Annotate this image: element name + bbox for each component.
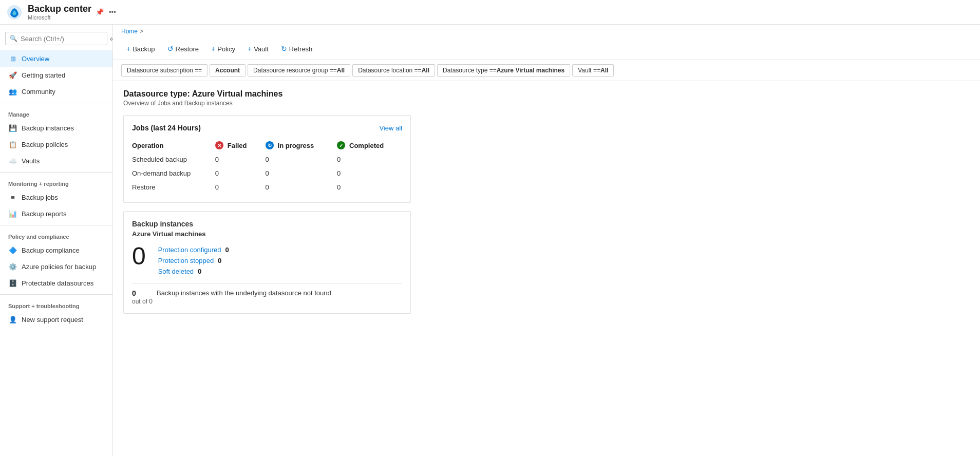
sidebar-item-azure-policies[interactable]: ⚙️Azure policies for backup: [0, 258, 112, 275]
azure-policies-icon: ⚙️: [8, 262, 17, 271]
breadcrumb-home[interactable]: Home: [121, 28, 138, 35]
filter-account[interactable]: Account: [210, 64, 246, 77]
col-operation: Operation: [132, 138, 211, 153]
col-failed: ✕ Failed: [211, 138, 261, 153]
sidebar-item-backup-policies[interactable]: 📋Backup policies: [0, 136, 112, 153]
filter-vault[interactable]: Vault == All: [572, 64, 614, 77]
sidebar-item-label-getting-started: Getting started: [22, 71, 65, 79]
bi-stat-label[interactable]: Protection configured: [158, 246, 221, 254]
toolbar: + Backup ↺ Restore + Policy + Vault ↻ Re…: [113, 38, 980, 60]
completed-icon: ✓: [337, 141, 345, 149]
sidebar-item-community[interactable]: 👥Community: [0, 83, 112, 100]
main-layout: 🔍 « ⊞Overview🚀Getting started👥CommunityM…: [0, 25, 980, 456]
filter-vault-value: All: [600, 67, 608, 74]
jobs-card-title: Jobs (last 24 Hours): [132, 124, 201, 132]
bi-footer: 0 out of 0 Backup instances with the und…: [132, 283, 402, 305]
jobs-table: Operation ✕ Failed ↻ In progress: [132, 138, 402, 194]
jobs-card: Jobs (last 24 Hours) View all Operation …: [123, 115, 411, 203]
sidebar-divider: [0, 225, 112, 225]
backup-instances-card: Backup instances Azure Virtual machines …: [123, 211, 411, 314]
col-completed: ✓ Completed: [333, 138, 402, 153]
app-title-block: Backup center Microsoft: [28, 4, 91, 21]
page-title: Datasource type: Azure Virtual machines: [123, 89, 970, 99]
failed-icon: ✕: [215, 141, 223, 149]
refresh-icon: ↻: [281, 45, 287, 53]
sidebar-item-label-community: Community: [22, 88, 55, 96]
bi-main: 0 Protection configured0Protection stopp…: [132, 244, 402, 275]
sidebar-item-backup-instances[interactable]: 💾Backup instances: [0, 120, 112, 136]
vault-button[interactable]: + Vault: [242, 42, 274, 55]
filter-location-label: Datasource location ==: [358, 67, 421, 74]
jobs-cell-completed: 0: [333, 180, 402, 194]
filter-subscription[interactable]: Datasource subscription ==: [121, 64, 208, 77]
sidebar-item-backup-jobs[interactable]: ≡Backup jobs: [0, 189, 112, 205]
page-subtitle: Overview of Jobs and Backup instances: [123, 100, 970, 107]
sidebar-section-manage: Manage: [0, 106, 112, 120]
filter-resourcegroup-value: All: [337, 67, 345, 74]
sidebar: 🔍 « ⊞Overview🚀Getting started👥CommunityM…: [0, 25, 113, 456]
filter-datasourcetype[interactable]: Datasource type == Azure Virtual machine…: [437, 64, 570, 77]
new-support-icon: 👤: [8, 315, 17, 324]
sidebar-item-label-backup-jobs: Backup jobs: [22, 194, 58, 201]
jobs-cell-in_progress: 0: [261, 180, 333, 194]
bi-stats: Protection configured0Protection stopped…: [158, 246, 229, 275]
bi-stat-value: 0: [218, 257, 221, 264]
more-icon[interactable]: •••: [109, 8, 116, 16]
view-all-link[interactable]: View all: [379, 124, 402, 132]
filter-location-value: All: [422, 67, 429, 74]
sidebar-section-policy-and-compliance: Policy and compliance: [0, 229, 112, 242]
sidebar-section-support-+-troubleshooting: Support + troubleshooting: [0, 298, 112, 311]
backup-jobs-icon: ≡: [8, 193, 17, 202]
sidebar-item-label-backup-compliance: Backup compliance: [22, 246, 80, 254]
breadcrumb: Home >: [113, 25, 980, 38]
protectable-datasources-icon: 🗄️: [8, 278, 17, 288]
sidebar-item-protectable-datasources[interactable]: 🗄️Protectable datasources: [0, 275, 112, 291]
completed-header: ✓ Completed: [337, 141, 398, 149]
app-subtitle: Microsoft: [28, 14, 91, 21]
content-area: Home > + Backup ↺ Restore + Policy + Vau…: [113, 25, 980, 456]
header-icons[interactable]: 📌 •••: [96, 8, 116, 16]
breadcrumb-separator: >: [140, 28, 143, 35]
inprogress-header: ↻ In progress: [266, 141, 329, 149]
filter-resourcegroup[interactable]: Datasource resource group == All: [248, 64, 350, 77]
bi-stat-value: 0: [198, 268, 201, 275]
sidebar-items-container: ⊞Overview🚀Getting started👥CommunityManag…: [0, 50, 112, 328]
jobs-table-row: Scheduled backup000: [132, 153, 402, 166]
getting-started-icon: 🚀: [8, 70, 17, 80]
filter-subscription-label: Datasource subscription ==: [127, 67, 202, 74]
pin-icon[interactable]: 📌: [96, 8, 104, 16]
jobs-table-body: Scheduled backup000On-demand backup000Re…: [132, 153, 402, 194]
sidebar-item-label-vaults: Vaults: [22, 157, 40, 165]
sidebar-item-vaults[interactable]: ☁️Vaults: [0, 153, 112, 169]
sidebar-item-backup-reports[interactable]: 📊Backup reports: [0, 205, 112, 222]
sidebar-item-label-backup-instances: Backup instances: [22, 124, 74, 132]
jobs-cell-failed: 0: [211, 153, 261, 166]
sidebar-section-monitoring-+-reporting: Monitoring + reporting: [0, 176, 112, 189]
sidebar-item-overview[interactable]: ⊞Overview: [0, 50, 112, 67]
backup-plus-icon: +: [126, 45, 130, 53]
filter-location[interactable]: Datasource location == All: [352, 64, 435, 77]
sidebar-divider: [0, 294, 112, 295]
sidebar-divider: [0, 172, 112, 173]
jobs-cell-in_progress: 0: [261, 166, 333, 180]
backup-reports-icon: 📊: [8, 209, 17, 218]
jobs-cell-failed: 0: [211, 180, 261, 194]
policy-button[interactable]: + Policy: [206, 42, 240, 55]
sidebar-item-getting-started[interactable]: 🚀Getting started: [0, 67, 112, 83]
search-input[interactable]: [21, 35, 107, 43]
jobs-cell-operation: On-demand backup: [132, 166, 211, 180]
bi-stat-label[interactable]: Soft deleted: [158, 268, 194, 275]
bi-stat-label[interactable]: Protection stopped: [158, 257, 214, 264]
bi-footer-count: 0 out of 0: [132, 289, 153, 305]
filter-datasourcetype-label: Datasource type ==: [443, 67, 497, 74]
backup-instances-icon: 💾: [8, 123, 17, 132]
main-content: Datasource type: Azure Virtual machines …: [113, 81, 980, 330]
filter-datasourcetype-value: Azure Virtual machines: [497, 67, 565, 74]
restore-button[interactable]: ↺ Restore: [162, 42, 204, 55]
sidebar-item-backup-compliance[interactable]: 🔷Backup compliance: [0, 242, 112, 258]
sidebar-item-new-support[interactable]: 👤New support request: [0, 311, 112, 328]
app-icon: [6, 4, 23, 21]
sidebar-search-container[interactable]: 🔍 «: [5, 32, 107, 45]
backup-button[interactable]: + Backup: [121, 42, 160, 55]
refresh-button[interactable]: ↻ Refresh: [276, 42, 318, 55]
